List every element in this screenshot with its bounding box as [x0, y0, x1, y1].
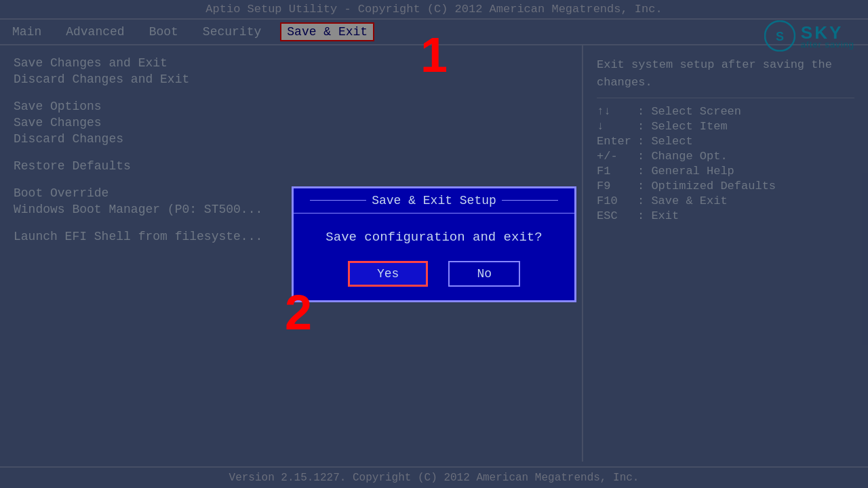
title-dash-right [502, 200, 558, 201]
modal-body: Save configuration and exit? Yes No [294, 214, 574, 300]
title-dash-left [310, 200, 366, 201]
modal-title-bar: Save & Exit Setup [294, 188, 574, 214]
modal-overlay: Save & Exit Setup Save configuration and… [0, 0, 868, 488]
save-exit-modal: Save & Exit Setup Save configuration and… [292, 186, 576, 302]
modal-no-button[interactable]: No [448, 261, 520, 287]
modal-yes-button[interactable]: Yes [348, 261, 428, 287]
modal-title: Save & Exit Setup [372, 194, 496, 207]
modal-buttons: Yes No [314, 261, 554, 287]
modal-question: Save configuration and exit? [314, 230, 554, 245]
